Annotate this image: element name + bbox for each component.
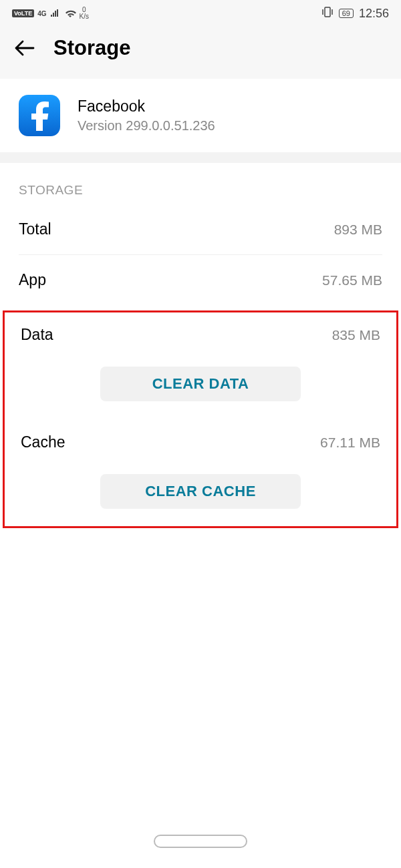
data-row: Data 835 MB	[5, 312, 396, 351]
cache-value: 67.11 MB	[320, 435, 380, 451]
page-header: Storage	[0, 27, 401, 79]
total-label: Total	[19, 220, 51, 238]
back-button[interactable]	[13, 37, 35, 59]
svg-rect-0	[325, 7, 330, 17]
section-divider	[0, 152, 401, 163]
wifi-icon	[64, 9, 76, 18]
app-name: Facebook	[78, 97, 215, 116]
arrow-left-icon	[13, 39, 35, 57]
facebook-app-icon	[19, 95, 60, 136]
vibrate-icon	[321, 7, 333, 20]
data-value: 835 MB	[332, 327, 380, 343]
clock: 12:56	[359, 7, 389, 21]
status-left: VoLTE 4G 0 K/s	[12, 7, 89, 20]
volte-badge: VoLTE	[12, 9, 34, 17]
storage-section-header: STORAGE	[0, 163, 401, 204]
network-speed: 0 K/s	[80, 7, 89, 20]
app-version: Version 299.0.0.51.236	[78, 118, 215, 134]
page-title: Storage	[53, 36, 130, 60]
data-section: Data 835 MB CLEAR DATA	[5, 312, 396, 420]
status-bar: VoLTE 4G 0 K/s 69 12:56	[0, 0, 401, 27]
highlight-annotation: Data 835 MB CLEAR DATA Cache 67.11 MB CL…	[3, 310, 398, 528]
battery-icon: 69	[339, 9, 354, 18]
clear-data-button[interactable]: CLEAR DATA	[100, 367, 301, 401]
signal-icon	[50, 9, 61, 17]
app-meta: Facebook Version 299.0.0.51.236	[78, 97, 215, 134]
data-label: Data	[21, 326, 53, 344]
app-size-row: App 57.65 MB	[0, 255, 401, 305]
status-right: 69 12:56	[321, 7, 389, 21]
network-type: 4G	[37, 10, 46, 17]
app-info-panel: Facebook Version 299.0.0.51.236	[0, 79, 401, 152]
home-indicator[interactable]	[154, 835, 247, 848]
clear-cache-button[interactable]: CLEAR CACHE	[100, 474, 301, 509]
cache-label: Cache	[21, 433, 65, 451]
app-size-label: App	[19, 271, 46, 289]
cache-section: Cache 67.11 MB CLEAR CACHE	[5, 420, 396, 509]
app-size-value: 57.65 MB	[322, 272, 382, 288]
total-value: 893 MB	[334, 222, 382, 238]
cache-row: Cache 67.11 MB	[5, 420, 396, 458]
total-row: Total 893 MB	[0, 204, 401, 254]
